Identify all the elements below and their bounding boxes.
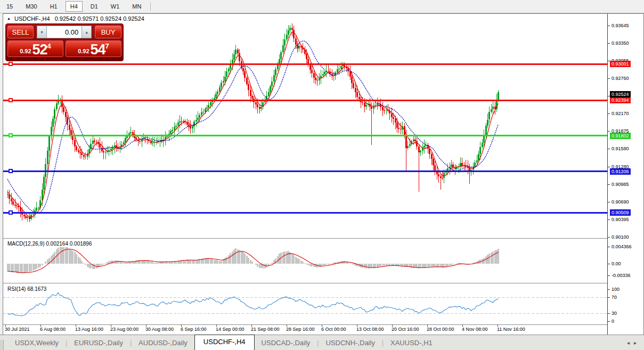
chart-tab-audusd-daily[interactable]: AUDUSD-,Daily (132, 336, 194, 350)
price-tick-label: 0.92170 (612, 110, 629, 117)
buy-button[interactable]: BUY (95, 26, 121, 38)
hline-price-label: 0.91206 (610, 168, 631, 175)
time-tick-label: 14 Sep 00:00 (216, 327, 244, 332)
rsi-tick-mark (608, 289, 610, 290)
chart-tab-eurusd-daily[interactable]: EURUSD-,Daily (67, 336, 130, 350)
price-tick-mark (608, 113, 610, 114)
timeframe-m30[interactable]: M30 (21, 1, 42, 12)
tab-scroll-left-icon[interactable]: ◂ (627, 340, 634, 346)
price-tick-mark (608, 202, 610, 202)
timeframe-h4[interactable]: H4 (66, 1, 83, 12)
time-tick-label: 6 Sep 16:00 (181, 327, 207, 332)
rsi-tick-mark (608, 297, 610, 298)
price-tick-mark (608, 149, 610, 149)
toolbar-separator (150, 2, 151, 11)
sell-price-big: 52 (32, 43, 47, 56)
chart-tab-usdx-weekly[interactable]: USDX,Weekly (8, 336, 66, 350)
pane-splitter[interactable] (3, 283, 643, 283)
chart-ohlc-values: 0.92542 0.92571 0.92524 0.92524 (55, 15, 144, 22)
rsi-tick-label: 70 (612, 294, 617, 300)
macd-indicator-pane[interactable] (3, 239, 607, 282)
ma-slow-line (7, 41, 498, 213)
timeframe-d1[interactable]: D1 (86, 1, 103, 12)
volume-decrease-button[interactable]: ▼ (37, 26, 47, 38)
mt4-terminal: 15M30H1H4D1W1MN ▲ USDCHF-,H4 0.92542 0.9… (0, 0, 644, 350)
macd-tick-mark (608, 264, 610, 264)
rsi-line (7, 293, 498, 316)
axis-border (607, 14, 608, 335)
macd-label: MACD(12,26,9) 0.002164 0.001896 (7, 241, 92, 247)
time-tick-label: 30 Jul 2021 (5, 327, 30, 332)
time-tick-label: 28 Sep 16:00 (286, 327, 315, 332)
rsi-tick-label: 30 (612, 310, 617, 316)
chart-tab-usdchf-h4[interactable]: USDCHF-,H4 (194, 335, 255, 350)
price-tick-label: 0.93645 (612, 22, 629, 29)
sell-button[interactable]: SELL (7, 26, 34, 38)
time-tick-label: 4 Nov 08:00 (462, 327, 488, 332)
price-tick-label: 0.90395 (612, 216, 629, 223)
price-tick-mark (608, 184, 610, 185)
rsi-indicator-pane[interactable] (3, 284, 607, 324)
macd-tick-label: 0.004366 (612, 243, 632, 250)
sell-price-button[interactable]: 0.92 52 4 (7, 40, 63, 57)
buy-price-prefix: 0.92 (78, 48, 89, 54)
time-tick-label: 21 Sep 08:00 (251, 327, 280, 332)
hline-price-label: 0.91802 (610, 133, 631, 139)
macd-tick-label: -0.00336 (612, 272, 631, 279)
tab-scroll-right-icon[interactable]: ▸ (634, 340, 641, 346)
buy-price-big: 54 (91, 43, 105, 56)
time-axis: 30 Jul 20216 Aug 08:0013 Aug 16:0023 Aug… (3, 325, 607, 335)
collapse-arrow-icon[interactable]: ▲ (7, 17, 11, 20)
macd-tick-label: 0.00 (612, 261, 621, 267)
chart-tab-usdcnh-daily[interactable]: USDCNH-,Daily (319, 336, 381, 350)
price-tick-label: 0.90690 (612, 199, 629, 205)
time-tick-label: 13 Oct 08:00 (356, 327, 384, 332)
buy-price-pip: 7 (105, 42, 109, 50)
price-tick-mark (608, 131, 610, 132)
macd-signal-line (7, 249, 498, 273)
buy-price-button[interactable]: 0.92 54 7 (66, 40, 121, 57)
price-tick-label: 0.91580 (612, 145, 629, 152)
macd-histogram (7, 247, 499, 273)
rsi-tick-mark (608, 321, 610, 322)
time-tick-label: 23 Aug 00:00 (110, 327, 138, 332)
price-tick-mark (608, 237, 610, 238)
line-handle-marker (9, 134, 12, 137)
hline-price-label: 0.92394 (610, 97, 631, 103)
chart-tab-xauusd-h1[interactable]: XAUUSD-,H1 (384, 336, 439, 350)
time-tick-label: 6 Oct 00:00 (321, 327, 346, 332)
line-handle-marker (9, 169, 12, 173)
timeframe-toolbar: 15M30H1H4D1W1MN (0, 0, 644, 13)
rsi-tick-mark (608, 313, 610, 314)
line-handle-marker (9, 99, 12, 102)
tab-scroll-arrows[interactable]: ◂▸ (627, 340, 641, 346)
chart-tab-bar: USDX,Weekly|EURUSD-,Daily|AUDUSD-,DailyU… (0, 335, 644, 350)
current-price-label: 0.92524 (610, 91, 631, 97)
pane-splitter[interactable] (3, 238, 643, 239)
timeframe-w1[interactable]: W1 (106, 1, 125, 12)
sell-price-pip: 4 (47, 42, 51, 50)
price-tick-label: 0.93350 (612, 40, 629, 46)
price-tick-mark (608, 26, 610, 26)
timeframe-h1[interactable]: H1 (45, 1, 62, 12)
time-tick-label: 30 Aug 08:00 (145, 327, 174, 332)
price-tick-mark (608, 78, 610, 79)
volume-increase-button[interactable]: ▲ (81, 26, 92, 38)
volume-input[interactable]: 0.00 (47, 26, 81, 38)
timeframe-15[interactable]: 15 (2, 1, 18, 12)
timeframe-mn[interactable]: MN (127, 1, 146, 12)
time-tick-label: 6 Aug 08:00 (40, 327, 66, 332)
price-tick-label: 0.92760 (612, 75, 629, 82)
time-tick-label: 28 Oct 00:00 (427, 327, 454, 332)
price-tick-mark (608, 167, 610, 167)
chart-title: ▲ USDCHF-,H4 0.92542 0.92571 0.92524 0.9… (7, 15, 144, 22)
line-handle-marker (9, 211, 12, 214)
line-handle-marker (9, 62, 12, 66)
time-tick-label: 11 Nov 16:00 (497, 327, 525, 332)
price-tick-label: 0.90985 (612, 181, 629, 188)
hline-price-label: 0.93001 (610, 61, 631, 67)
sell-price-prefix: 0.92 (20, 48, 31, 54)
price-tick-mark (608, 219, 610, 220)
price-axis: 0.936450.933500.930550.927600.924650.921… (608, 14, 643, 335)
chart-tab-usdcad-daily[interactable]: USDCAD-,Daily (255, 336, 317, 350)
